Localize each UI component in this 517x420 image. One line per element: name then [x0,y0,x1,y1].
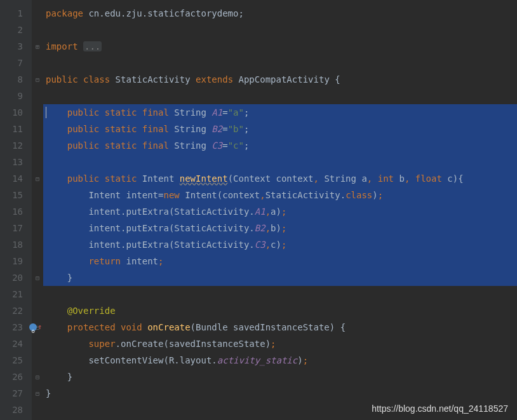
code-line: package cn.edu.zju.staticfactorydemo; [43,5,517,22]
code-line: intent.putExtra(StaticActivity.A1,a); [43,203,517,220]
fold-end-icon[interactable]: ⊟ [32,385,43,402]
line-gutter: 1 2 3 7 8 9 10 11 12 13 14 15 16 17 18 1… [0,0,32,420]
code-line: public static final String A1="a"; [43,104,517,121]
code-line: import ... [43,38,517,55]
code-editor[interactable]: 1 2 3 7 8 9 10 11 12 13 14 15 16 17 18 1… [0,0,517,420]
fold-collapse-icon[interactable]: ⊟ [32,170,43,187]
code-line: } [43,385,517,402]
fold-end-icon[interactable]: ⊟ [32,269,43,286]
code-line: public static final String C3="c"; [43,137,517,154]
line-number: 21 [0,286,32,302]
code-line: @Override [43,302,517,319]
line-number: 10 [0,104,32,121]
line-number: 25 [0,352,32,369]
line-number: 2 [0,22,32,38]
code-line: intent.putExtra(StaticActivity.B2,b); [43,220,517,236]
code-line: public static final String B2="b"; [43,121,517,137]
line-number: 13 [0,154,32,170]
code-line: public class StaticActivity extends AppC… [43,71,517,88]
line-number: 7 [0,55,32,71]
line-number: 11 [0,121,32,137]
line-number: 15 [0,187,32,203]
code-line: intent.putExtra(StaticActivity.C3,c); [43,236,517,253]
code-line [43,154,517,170]
code-line: } [43,269,517,286]
fold-collapse-icon[interactable]: ⊟ [32,71,43,88]
text-caret [46,107,46,118]
line-number: 19 [0,253,32,269]
line-number: 27 [0,385,32,402]
line-number: 16 [0,203,32,220]
code-line: public static Intent newIntent(Context c… [43,170,517,187]
code-content[interactable]: package cn.edu.zju.staticfactorydemo; im… [43,0,517,420]
line-number: 26 [0,369,32,385]
code-line: super.onCreate(savedInstanceState); [43,335,517,352]
line-number: 18 [0,236,32,253]
code-line [43,286,517,302]
fold-expand-icon[interactable]: ⊞ [32,38,43,55]
line-number: 17 [0,220,32,236]
code-line: protected void onCreate(Bundle savedInst… [43,319,517,335]
watermark: https://blog.csdn.net/qq_24118527 [372,403,508,414]
code-line [43,88,517,104]
line-number: 8 [0,71,32,88]
line-number: 24 [0,335,32,352]
code-line [43,55,517,71]
line-number: 22 [0,302,32,319]
override-icon[interactable] [29,323,37,331]
line-number: 14 [0,170,32,187]
line-number: 9 [0,88,32,104]
fold-gutter: ⊞ ⊟ ⊟ ⊟ ⊟ ⊟ ⊟ [32,0,43,420]
code-line: setContentView(R.layout.activity_static)… [43,352,517,369]
line-number: 1 [0,5,32,22]
up-arrow-icon: ↑ [37,319,42,335]
code-line: } [43,369,517,385]
code-line [43,22,517,38]
line-number: 23↑ [0,319,32,335]
code-line: Intent intent=new Intent(context,StaticA… [43,187,517,203]
line-number: 28 [0,402,32,418]
line-number: 20 [0,269,32,286]
fold-end-icon[interactable]: ⊟ [32,369,43,385]
line-number: 12 [0,137,32,154]
code-line: return intent; [43,253,517,269]
line-number: 3 [0,38,32,55]
